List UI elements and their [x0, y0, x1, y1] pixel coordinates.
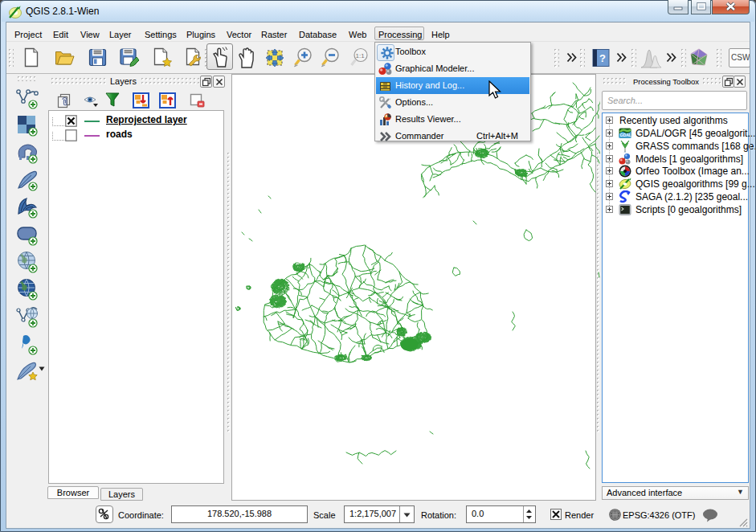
- svg-text:1:1: 1:1: [356, 52, 366, 59]
- svg-text:GDAL: GDAL: [619, 133, 631, 137]
- svg-text:?: ?: [599, 52, 606, 64]
